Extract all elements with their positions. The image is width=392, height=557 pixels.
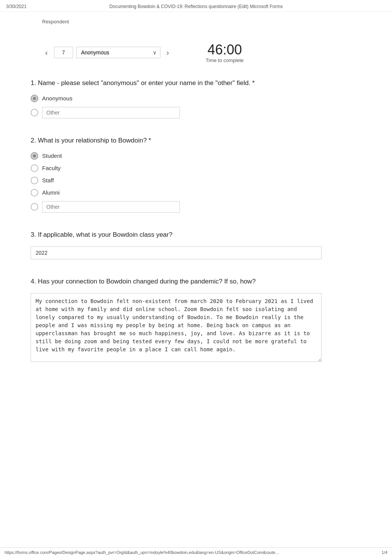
q2-option-other bbox=[31, 201, 361, 213]
q1-label-anonymous: Anonymous bbox=[42, 95, 72, 102]
q2-label-staff: Staff bbox=[42, 177, 54, 183]
main-content: 1. Name - please select "anonymous" or e… bbox=[0, 68, 392, 405]
browser-top-bar: 3/30/2021 Documenting Bowdoin & COVID-19… bbox=[0, 0, 392, 12]
q2-option-staff: Staff bbox=[31, 177, 361, 184]
q2-option-student: Student bbox=[31, 152, 361, 160]
next-respondent-button[interactable]: › bbox=[163, 47, 172, 59]
question-4-number: 4. bbox=[31, 278, 36, 285]
question-2-text: What is your relationship to Bowdoin? * bbox=[38, 137, 151, 144]
q2-radio-alumni[interactable] bbox=[31, 189, 38, 197]
respondent-nav: ‹ 7 Anonymous › 46:00 Time to complete bbox=[0, 35, 392, 68]
question-2-number: 2. bbox=[31, 137, 36, 144]
question-1-title: 1. Name - please select "anonymous" or e… bbox=[31, 79, 361, 87]
q2-label-alumni: Alumni bbox=[42, 189, 60, 196]
question-2-title: 2. What is your relationship to Bowdoin?… bbox=[31, 137, 361, 144]
q2-other-input[interactable] bbox=[42, 201, 180, 213]
question-4-text: Has your connection to Bowdoin changed d… bbox=[38, 278, 256, 285]
q2-radio-staff[interactable] bbox=[31, 177, 38, 184]
q2-radio-other[interactable] bbox=[31, 203, 38, 211]
q1-option-anonymous: Anonymous bbox=[31, 95, 361, 102]
browser-url: https://forms.office.com/Pages/DesignPag… bbox=[5, 550, 279, 555]
q1-other-input[interactable] bbox=[42, 107, 180, 118]
timer-label: Time to complete bbox=[206, 57, 243, 63]
question-3-text: If applicable, what is your Bowdoin clas… bbox=[38, 231, 173, 238]
question-1-text: Name - please select "anonymous" or ente… bbox=[38, 79, 255, 87]
browser-date: 3/30/2021 bbox=[6, 4, 26, 9]
timer-value: 46:00 bbox=[206, 42, 243, 57]
question-2: 2. What is your relationship to Bowdoin?… bbox=[31, 137, 361, 213]
q2-label-student: Student bbox=[42, 152, 62, 159]
q2-radio-faculty[interactable] bbox=[31, 164, 38, 172]
page-indicator: 1/4 bbox=[382, 550, 387, 555]
q4-textarea[interactable]: My connection to Bowdoin felt non-existe… bbox=[31, 293, 322, 362]
prev-respondent-button[interactable]: ‹ bbox=[42, 47, 51, 59]
bottom-bar: https://forms.office.com/Pages/DesignPag… bbox=[0, 547, 392, 557]
question-1-number: 1. bbox=[31, 79, 36, 87]
q1-radio-anonymous[interactable] bbox=[31, 95, 38, 102]
q1-radio-other[interactable] bbox=[31, 109, 38, 116]
timer-section: 46:00 Time to complete bbox=[206, 42, 243, 63]
q1-option-other bbox=[31, 107, 361, 118]
q2-option-faculty: Faculty bbox=[31, 164, 361, 172]
question-4-title: 4. Has your connection to Bowdoin change… bbox=[31, 278, 361, 285]
q2-label-faculty: Faculty bbox=[42, 165, 60, 171]
question-3-title: 3. If applicable, what is your Bowdoin c… bbox=[31, 231, 361, 239]
page-title: Documenting Bowdoin & COVID-19: Reflecti… bbox=[109, 4, 283, 9]
q3-text-input[interactable] bbox=[31, 246, 322, 259]
respondent-dropdown[interactable]: Anonymous bbox=[76, 47, 160, 58]
respondent-number[interactable]: 7 bbox=[54, 47, 73, 58]
question-4: 4. Has your connection to Bowdoin change… bbox=[31, 278, 361, 363]
question-3: 3. If applicable, what is your Bowdoin c… bbox=[31, 231, 361, 259]
q2-option-alumni: Alumni bbox=[31, 189, 361, 197]
respondent-dropdown-wrapper: Anonymous bbox=[76, 47, 160, 58]
q2-radio-student[interactable] bbox=[31, 152, 38, 160]
question-1: 1. Name - please select "anonymous" or e… bbox=[31, 79, 361, 118]
question-3-number: 3. bbox=[31, 231, 36, 238]
respondent-label: Respondent bbox=[0, 12, 392, 25]
